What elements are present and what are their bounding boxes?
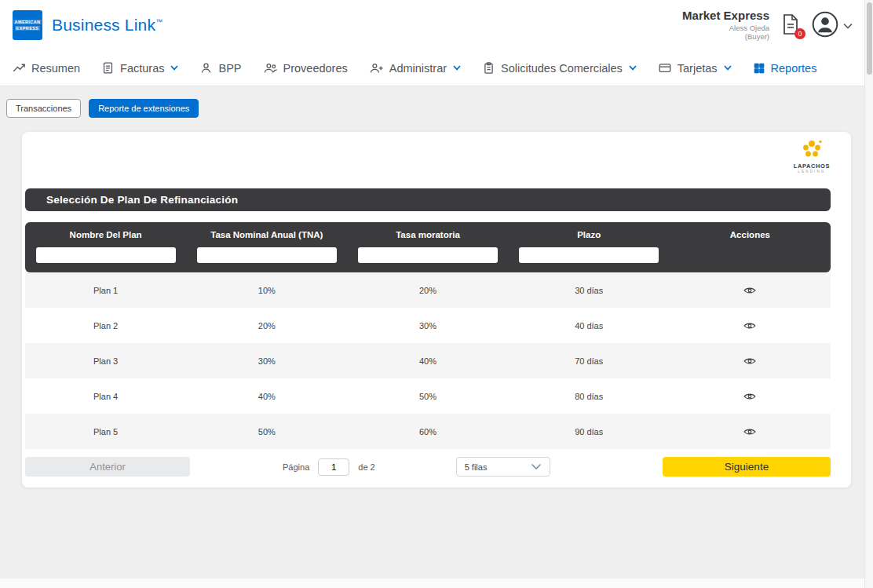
table-row: Plan 5 50% 60% 90 días — [25, 414, 831, 449]
documents-button[interactable]: 0 — [780, 13, 801, 37]
section-title-bar: Selección De Plan De Refinanciación — [25, 188, 831, 211]
table-row: Plan 3 30% 40% 70 días — [25, 343, 831, 378]
panel-header: LAPACHOS LENDING — [22, 132, 851, 188]
page-number-input[interactable] — [318, 458, 349, 476]
amex-logo[interactable]: AMERICAN EXPRESS — [13, 10, 42, 40]
user-menu-button[interactable] — [812, 11, 853, 40]
filter-input-tna[interactable] — [197, 247, 337, 263]
cell-moratoria: 60% — [347, 427, 508, 436]
invoice-icon — [101, 61, 115, 75]
grid-icon — [753, 62, 765, 75]
next-page-button[interactable]: Siguiente — [663, 457, 831, 477]
account-role: (Buyer) — [682, 32, 769, 42]
column-header-acciones: Acciones — [670, 230, 831, 239]
cell-plazo: 30 días — [509, 286, 670, 295]
column-header-moratoria: Tasa moratoria — [347, 230, 508, 239]
cell-plan-name: Plan 4 — [25, 392, 186, 401]
table-header: Nombre Del Plan Tasa Nominal Anual (TNA)… — [25, 222, 831, 272]
view-plan-button[interactable] — [742, 284, 758, 297]
trademark-symbol: ™ — [155, 18, 163, 26]
cell-tna: 10% — [186, 286, 347, 295]
eye-icon — [743, 321, 756, 331]
chevron-down-icon — [453, 65, 461, 71]
cell-plan-name: Plan 2 — [25, 321, 186, 331]
nav-item-tarjetas[interactable]: Tarjetas — [658, 61, 732, 75]
cell-tna: 20% — [186, 321, 347, 331]
eye-icon — [743, 356, 756, 366]
table-row: Plan 1 10% 20% 30 días — [25, 272, 831, 308]
eye-icon — [743, 427, 756, 436]
vendor-tagline: LENDING — [790, 170, 834, 173]
cell-plan-name: Plan 1 — [25, 286, 186, 295]
amex-logo-line1: AMERICAN — [13, 20, 42, 24]
column-header-nombre: Nombre Del Plan — [25, 230, 186, 239]
clipboard-icon — [482, 61, 495, 75]
chevron-down-icon — [531, 463, 542, 470]
page-total-label: de 2 — [358, 462, 374, 472]
filter-input-plazo[interactable] — [519, 247, 659, 263]
lapachos-logo: LAPACHOS LENDING — [790, 138, 834, 173]
view-plan-button[interactable] — [742, 425, 758, 438]
table-body: Plan 1 10% 20% 30 días Plan 2 20% 30% 40… — [25, 272, 831, 449]
cell-plazo: 70 días — [509, 356, 670, 366]
vertical-scrollbar[interactable] — [864, 0, 873, 588]
cell-moratoria: 30% — [347, 321, 508, 331]
nav-item-facturas[interactable]: Facturas — [101, 61, 178, 75]
eye-icon — [743, 392, 756, 401]
nav-item-proveedores[interactable]: Proveedores — [263, 61, 348, 75]
nav-item-reportes[interactable]: Reportes — [753, 62, 817, 75]
report-tabs: Transacciones Reporte de extensiones — [0, 86, 873, 118]
table-row: Plan 2 20% 30% 40 días — [25, 308, 831, 343]
app-header: AMERICAN EXPRESS Business Link™ Market E… — [0, 0, 873, 50]
page-label: Página — [283, 462, 309, 472]
eye-icon — [743, 286, 756, 295]
page-indicator: Página de 2 — [283, 458, 375, 476]
avatar-icon — [812, 11, 838, 40]
rows-per-page-value: 5 filas — [465, 462, 488, 472]
cell-tna: 40% — [186, 392, 347, 401]
rows-per-page-select[interactable]: 5 filas — [456, 457, 550, 477]
card-icon — [658, 61, 672, 75]
scrollbar-thumb[interactable] — [867, 2, 872, 75]
page-footer-strip — [0, 579, 864, 588]
tab-transacciones[interactable]: Transacciones — [6, 99, 81, 118]
view-plan-button[interactable] — [742, 355, 758, 367]
column-header-tna: Tasa Nominal Anual (TNA) — [186, 230, 347, 239]
tab-reporte-extensiones[interactable]: Reporte de extensiones — [89, 99, 199, 118]
cell-moratoria: 20% — [347, 286, 508, 295]
cell-tna: 50% — [186, 427, 347, 436]
main-nav: Resumen Facturas BPP Proveedores Adminis… — [0, 50, 873, 86]
flower-icon — [798, 138, 825, 159]
chevron-down-icon — [843, 20, 853, 31]
pagination-bar: Anterior Página de 2 5 filas Siguiente — [25, 449, 831, 480]
section-title: Selección De Plan De Refinanciación — [46, 194, 238, 206]
table-row: Plan 4 40% 50% 80 días — [25, 378, 831, 414]
user-add-icon — [369, 61, 384, 75]
cell-moratoria: 50% — [347, 392, 508, 401]
chevron-down-icon — [170, 65, 178, 71]
nav-item-resumen[interactable]: Resumen — [13, 61, 80, 75]
filter-input-moratoria[interactable] — [358, 247, 498, 263]
amex-logo-line2: EXPRESS — [15, 26, 41, 31]
cell-plazo: 40 días — [509, 321, 670, 331]
view-plan-button[interactable] — [742, 320, 758, 332]
cell-plazo: 90 días — [509, 427, 670, 436]
account-user: Aless Ojeda — [682, 24, 769, 33]
column-header-plazo: Plazo — [509, 230, 670, 239]
account-info: Market Express Aless Ojeda (Buyer) — [682, 9, 769, 42]
vendor-name: LAPACHOS — [790, 163, 834, 170]
filter-input-nombre[interactable] — [36, 247, 176, 263]
page-title: Business Link™ — [52, 16, 163, 35]
cell-plazo: 80 días — [509, 392, 670, 401]
cell-tna: 30% — [186, 356, 347, 366]
cell-plan-name: Plan 3 — [25, 356, 186, 366]
previous-page-button[interactable]: Anterior — [25, 457, 190, 477]
user-icon — [199, 61, 213, 75]
nav-item-solicitudes-comerciales[interactable]: Solicitudes Comerciales — [482, 61, 637, 75]
notification-badge: 0 — [794, 28, 805, 39]
users-icon — [263, 61, 278, 75]
view-plan-button[interactable] — [742, 390, 758, 403]
chevron-down-icon — [629, 65, 637, 71]
nav-item-bpp[interactable]: BPP — [199, 61, 241, 75]
nav-item-administrar[interactable]: Administrar — [369, 61, 461, 75]
